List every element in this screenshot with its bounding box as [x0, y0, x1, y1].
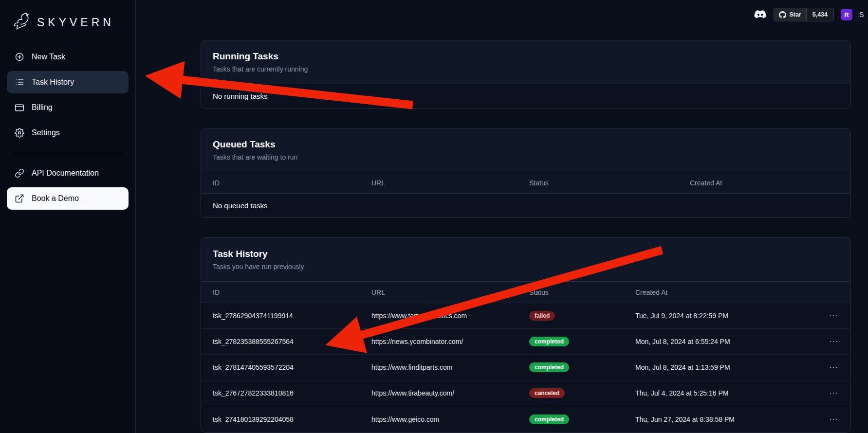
sidebar-item-label: Settings [32, 128, 60, 137]
card-title: Queued Tasks [213, 139, 839, 150]
table-row[interactable]: tsk_278147405593572204 https://www.findi… [201, 355, 850, 380]
status-badge: canceled [529, 388, 565, 398]
task-created-at: Mon, Jul 8, 2024 at 1:13:59 PM [635, 363, 829, 371]
task-id: tsk_274180139292204058 [213, 415, 371, 423]
book-demo-button[interactable]: Book a Demo [7, 187, 129, 210]
skyvern-dragon-icon [11, 12, 32, 33]
link-icon [15, 168, 24, 178]
task-url: https://www.geico.com [371, 415, 529, 423]
row-actions-button[interactable]: ··· [829, 311, 839, 320]
external-link-icon [15, 194, 24, 203]
queued-table-header: ID URL Status Created At [201, 172, 850, 194]
user-name-partial: S [859, 11, 866, 18]
github-star-button[interactable]: Star 5,434 [774, 8, 834, 21]
app-window: SKYVERN New Task Task History Billing Se [0, 0, 868, 433]
main-content: Star 5,434 R S Running Tasks Tasks that … [136, 0, 868, 433]
running-tasks-header: Running Tasks Tasks that are currently r… [201, 40, 850, 84]
row-actions-button[interactable]: ··· [829, 415, 839, 424]
table-row[interactable]: tsk_278629043741199914 https://www.tarte… [201, 303, 850, 329]
sidebar-item-label: Book a Demo [32, 194, 79, 203]
column-header-status: Status [529, 289, 635, 296]
task-created-at: Thu, Jun 27, 2024 at 8:38:58 PM [635, 415, 829, 423]
sidebar-item-label: New Task [32, 53, 65, 61]
table-row[interactable]: tsk_276727822333810816 https://www.tirab… [201, 380, 850, 406]
brand-logo[interactable]: SKYVERN [7, 9, 129, 46]
history-table-header: ID URL Status Created At [201, 282, 850, 303]
task-url: https://www.tirabeauty.com/ [371, 389, 529, 397]
sidebar-item-task-history[interactable]: Task History [7, 71, 129, 93]
sidebar-divider [10, 153, 126, 153]
running-tasks-card: Running Tasks Tasks that are currently r… [201, 40, 851, 108]
task-url: https://www.finditparts.com [371, 363, 529, 371]
github-star-count[interactable]: 5,434 [806, 8, 833, 21]
list-icon [15, 77, 24, 87]
column-header-status: Status [529, 179, 690, 187]
row-actions-button[interactable]: ··· [829, 337, 839, 346]
sidebar-item-label: Billing [32, 103, 53, 112]
brand-name: SKYVERN [37, 16, 114, 29]
user-avatar[interactable]: R [841, 9, 852, 20]
task-created-at: Tue, Jul 9, 2024 at 8:22:59 PM [635, 312, 829, 320]
column-header-created-at: Created At [635, 289, 829, 296]
sidebar: SKYVERN New Task Task History Billing Se [0, 0, 136, 433]
task-history-header: Task History Tasks you have run previous… [201, 238, 850, 282]
card-subtitle: Tasks that are waiting to run [213, 153, 839, 161]
column-header-id: ID [213, 179, 371, 187]
task-id: tsk_278235388555267564 [213, 338, 371, 345]
card-subtitle: Tasks you have run previously [213, 263, 839, 271]
sidebar-item-settings[interactable]: Settings [7, 122, 129, 144]
github-star-label: Star [789, 11, 801, 18]
card-subtitle: Tasks that are currently running [213, 65, 839, 73]
gear-icon [15, 128, 24, 138]
task-id: tsk_278629043741199914 [213, 312, 371, 320]
task-url: https://news.ycombinator.com/ [371, 338, 529, 345]
status-badge: completed [529, 415, 569, 424]
table-row[interactable]: tsk_274180139292204058 https://www.geico… [201, 406, 850, 432]
sidebar-item-new-task[interactable]: New Task [7, 46, 129, 68]
task-id: tsk_278147405593572204 [213, 363, 371, 371]
sidebar-item-label: Task History [32, 78, 74, 87]
row-actions-button[interactable]: ··· [829, 389, 839, 397]
sidebar-item-billing[interactable]: Billing [7, 96, 129, 119]
github-octocat-icon [779, 11, 786, 18]
column-header-created-at: Created At [690, 179, 839, 187]
task-id: tsk_276727822333810816 [213, 389, 371, 397]
row-actions-button[interactable]: ··· [829, 363, 839, 372]
running-tasks-empty: No running tasks [201, 84, 850, 108]
sidebar-item-label: API Documentation [32, 169, 99, 178]
queued-tasks-header: Queued Tasks Tasks that are waiting to r… [201, 128, 850, 172]
task-history-card: Task History Tasks you have run previous… [201, 237, 851, 433]
discord-icon[interactable] [754, 10, 767, 20]
queued-tasks-card: Queued Tasks Tasks that are waiting to r… [201, 128, 851, 218]
status-badge: failed [529, 311, 555, 321]
github-star-segment[interactable]: Star [774, 8, 806, 21]
column-header-id: ID [213, 289, 371, 296]
column-header-url: URL [371, 289, 529, 296]
status-badge: completed [529, 337, 569, 346]
card-title: Running Tasks [213, 51, 839, 62]
task-created-at: Thu, Jul 4, 2024 at 5:25:16 PM [635, 389, 829, 397]
status-badge: completed [529, 362, 569, 372]
credit-card-icon [15, 103, 24, 112]
column-header-url: URL [371, 179, 529, 187]
queued-tasks-empty: No queued tasks [201, 194, 850, 217]
table-row[interactable]: tsk_278235388555267564 https://news.ycom… [201, 329, 850, 355]
card-title: Task History [213, 249, 839, 259]
plus-circle-icon [15, 52, 24, 62]
task-created-at: Mon, Jul 8, 2024 at 6:55:24 PM [635, 338, 829, 345]
task-url: https://www.tartecosmetics.com [371, 312, 529, 320]
topbar: Star 5,434 R S [754, 8, 866, 21]
sidebar-item-api-documentation[interactable]: API Documentation [7, 162, 129, 184]
